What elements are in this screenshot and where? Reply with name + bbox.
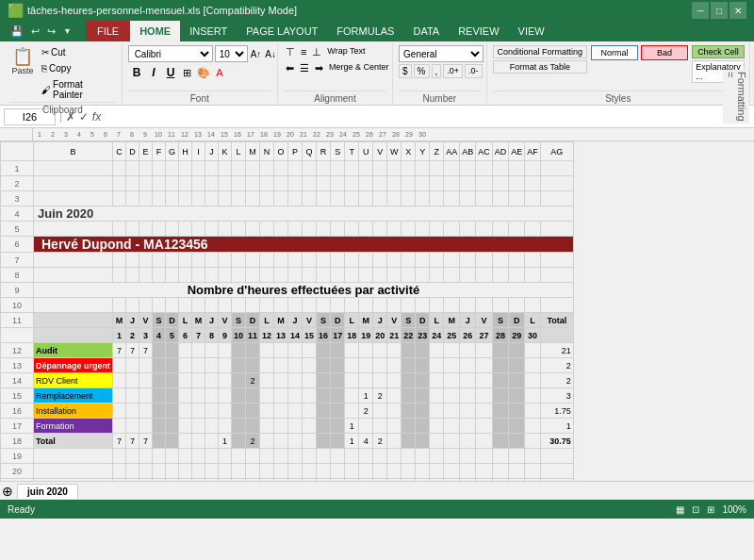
thousands-icon[interactable]: , [432, 64, 442, 78]
empty-cell[interactable] [260, 176, 274, 191]
activity-0-day-26[interactable] [460, 343, 476, 358]
empty-cell[interactable] [509, 176, 525, 191]
empty-cell[interactable] [331, 268, 345, 283]
activity-3-day-26[interactable] [460, 388, 476, 404]
empty-cell[interactable] [34, 191, 113, 206]
empty-cell[interactable] [232, 222, 246, 237]
empty-cell[interactable] [113, 222, 126, 237]
activity-3-day-7[interactable] [192, 388, 205, 404]
empty-cell[interactable] [444, 268, 460, 283]
tab-insert[interactable]: INSERT [180, 21, 237, 41]
empty-cell[interactable] [179, 268, 192, 283]
activity-3-day-22[interactable] [402, 388, 416, 404]
activity-4-day-10[interactable] [232, 404, 246, 419]
activity-1-day-23[interactable] [416, 358, 430, 373]
empty-cell[interactable] [179, 191, 192, 206]
activity-0-day-30[interactable] [525, 343, 541, 358]
empty-cell[interactable] [232, 161, 246, 176]
tab-data[interactable]: DATA [403, 21, 449, 41]
activity-5-day-30[interactable] [525, 419, 541, 434]
activity-6-day-10[interactable] [232, 434, 246, 449]
empty-cell[interactable] [359, 161, 373, 176]
empty-cell[interactable] [540, 222, 573, 237]
activity-3-day-25[interactable] [444, 388, 460, 404]
activity-2-day-14[interactable] [288, 373, 303, 388]
activity-4-day-25[interactable] [444, 404, 460, 419]
sheet-tab-juin[interactable]: juin 2020 [17, 484, 78, 499]
activity-0-day-25[interactable] [444, 343, 460, 358]
empty-cell[interactable] [179, 161, 192, 176]
activity-2-day-26[interactable] [460, 373, 476, 388]
activity-1-day-29[interactable] [509, 358, 525, 373]
empty-cell[interactable] [444, 191, 460, 206]
activity-2-day-22[interactable] [402, 373, 416, 388]
empty-cell[interactable] [192, 268, 205, 283]
empty-cell[interactable] [331, 298, 345, 313]
empty-cell[interactable] [192, 222, 205, 237]
activity-2-day-24[interactable] [430, 373, 444, 388]
empty-cell[interactable] [246, 222, 260, 237]
empty-cell[interactable] [525, 268, 541, 283]
activity-6-day-8[interactable] [205, 434, 219, 449]
activity-1-day-18[interactable] [345, 358, 359, 373]
empty-cell[interactable] [460, 191, 476, 206]
empty-cell[interactable] [430, 222, 444, 237]
activity-0-day-1[interactable]: 7 [113, 343, 126, 358]
empty-cell[interactable] [331, 191, 345, 206]
empty-cell[interactable] [219, 253, 232, 268]
empty-cell[interactable] [205, 464, 219, 479]
activity-0-day-14[interactable] [288, 343, 303, 358]
empty-cell[interactable] [416, 449, 430, 464]
save-quick-btn[interactable]: 💾 [8, 25, 26, 39]
increase-decimal-icon[interactable]: .0+ [443, 64, 463, 78]
activity-3-day-11[interactable] [246, 388, 260, 404]
empty-cell[interactable] [166, 268, 179, 283]
empty-cell[interactable] [317, 298, 331, 313]
empty-cell[interactable] [492, 449, 509, 464]
employee-name-cell[interactable]: Hervé Dupond - MA123456 [34, 237, 574, 253]
empty-cell[interactable] [387, 298, 402, 313]
activity-2-day-3[interactable] [139, 373, 153, 388]
activity-6-day-13[interactable] [274, 434, 288, 449]
empty-cell[interactable] [331, 464, 345, 479]
tab-page-layout[interactable]: PAGE LAYOUT [237, 21, 327, 41]
empty-cell[interactable] [444, 222, 460, 237]
check-cell-style[interactable]: Check Cell [692, 45, 745, 58]
activity-4-day-15[interactable] [303, 404, 317, 419]
activity-6-day-18[interactable]: 1 [345, 434, 359, 449]
activity-4-day-22[interactable] [402, 404, 416, 419]
activity-3-day-13[interactable] [274, 388, 288, 404]
empty-cell[interactable] [387, 161, 402, 176]
empty-cell[interactable] [540, 161, 573, 176]
empty-cell[interactable] [166, 298, 179, 313]
activity-4-day-4[interactable] [153, 404, 166, 419]
activity-3-day-20[interactable]: 2 [373, 388, 387, 404]
activity-5-day-5[interactable] [166, 419, 179, 434]
activity-5-day-3[interactable] [139, 419, 153, 434]
empty-cell[interactable] [274, 268, 288, 283]
minimize-button[interactable]: ─ [692, 2, 709, 19]
empty-cell[interactable] [126, 449, 139, 464]
activity-4-day-18[interactable] [345, 404, 359, 419]
empty-cell[interactable] [387, 253, 402, 268]
empty-cell[interactable] [274, 176, 288, 191]
empty-cell[interactable] [402, 449, 416, 464]
empty-cell[interactable] [509, 449, 525, 464]
empty-cell[interactable] [525, 176, 541, 191]
activity-2-day-17[interactable] [331, 373, 345, 388]
empty-cell[interactable] [492, 464, 509, 479]
empty-cell[interactable] [260, 449, 274, 464]
activity-3-day-18[interactable] [345, 388, 359, 404]
empty-cell[interactable] [274, 464, 288, 479]
empty-cell[interactable] [113, 161, 126, 176]
activity-3-day-19[interactable]: 1 [359, 388, 373, 404]
activity-4-day-19[interactable]: 2 [359, 404, 373, 419]
activity-1-day-30[interactable] [525, 358, 541, 373]
empty-cell[interactable] [359, 298, 373, 313]
empty-cell[interactable] [359, 268, 373, 283]
empty-cell[interactable] [444, 253, 460, 268]
activity-3-day-4[interactable] [153, 388, 166, 404]
empty-cell[interactable] [260, 253, 274, 268]
empty-cell[interactable] [34, 176, 113, 191]
empty-cell[interactable] [416, 191, 430, 206]
